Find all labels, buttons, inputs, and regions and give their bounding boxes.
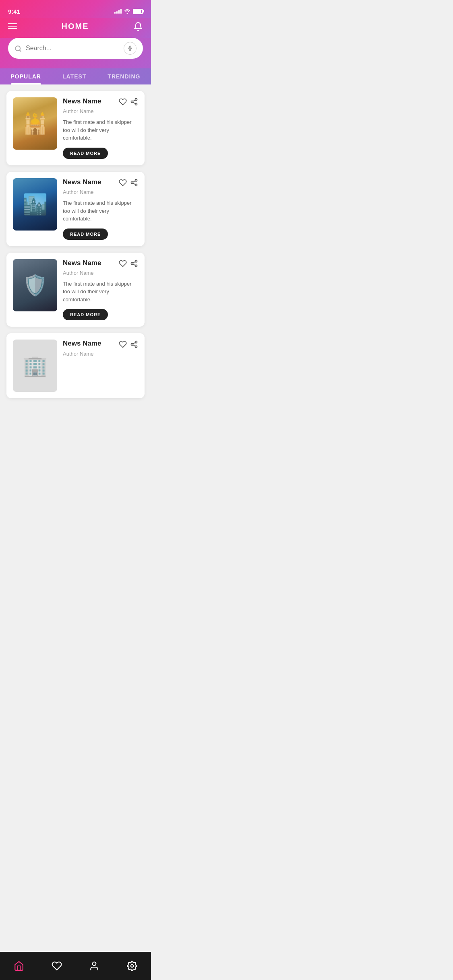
news-thumbnail bbox=[13, 259, 57, 311]
svg-line-18 bbox=[133, 264, 135, 265]
mic-button[interactable] bbox=[124, 42, 137, 55]
share-button[interactable] bbox=[130, 259, 138, 268]
news-description: The first mate and his skipper too will … bbox=[63, 118, 138, 142]
news-author: Author Name bbox=[63, 108, 138, 114]
share-button[interactable] bbox=[130, 178, 138, 187]
news-thumbnail bbox=[13, 340, 57, 392]
news-actions bbox=[119, 259, 138, 268]
search-section bbox=[0, 38, 151, 68]
news-top-row: News Name bbox=[63, 259, 138, 268]
news-body: News Name bbox=[63, 259, 138, 321]
like-button[interactable] bbox=[119, 97, 127, 106]
news-title: News Name bbox=[63, 259, 116, 267]
news-author: Author Name bbox=[63, 189, 138, 195]
tab-trending[interactable]: TRENDING bbox=[108, 73, 140, 84]
news-top-row: News Name bbox=[63, 178, 138, 187]
share-button[interactable] bbox=[130, 340, 138, 348]
svg-line-9 bbox=[133, 100, 135, 101]
news-title: News Name bbox=[63, 97, 116, 105]
svg-rect-2 bbox=[129, 46, 131, 48]
read-more-button[interactable]: READ MORE bbox=[63, 309, 108, 320]
tab-popular[interactable]: POPULAR bbox=[11, 73, 41, 84]
news-card: News Name bbox=[6, 91, 145, 165]
status-bar: 9:41 bbox=[0, 0, 151, 18]
app-header: HOME bbox=[0, 18, 151, 38]
menu-button[interactable] bbox=[8, 23, 17, 29]
news-card: News Name bbox=[6, 172, 145, 246]
news-list: News Name bbox=[0, 84, 151, 430]
status-time: 9:41 bbox=[8, 8, 20, 15]
read-more-button[interactable]: READ MORE bbox=[63, 229, 108, 240]
tabs-bar: POPULAR LATEST TRENDING bbox=[0, 68, 151, 84]
news-body: News Name bbox=[63, 340, 138, 392]
news-card: News Name bbox=[6, 333, 145, 398]
svg-line-8 bbox=[133, 103, 135, 104]
svg-line-24 bbox=[133, 342, 135, 344]
news-title: News Name bbox=[63, 340, 116, 348]
news-card: News Name bbox=[6, 253, 145, 327]
battery-icon bbox=[133, 9, 143, 14]
news-description: The first mate and his skipper too will … bbox=[63, 199, 138, 223]
wifi-icon bbox=[124, 8, 130, 14]
signal-icon bbox=[114, 9, 122, 14]
like-button[interactable] bbox=[119, 340, 127, 348]
svg-line-14 bbox=[133, 181, 135, 182]
search-bar bbox=[8, 38, 143, 59]
search-icon bbox=[14, 44, 22, 53]
news-thumbnail bbox=[13, 97, 57, 150]
news-actions bbox=[119, 340, 138, 348]
news-top-row: News Name bbox=[63, 97, 138, 106]
news-body: News Name bbox=[63, 178, 138, 240]
news-title: News Name bbox=[63, 178, 116, 186]
tab-latest[interactable]: LATEST bbox=[62, 73, 86, 84]
news-body: News Name bbox=[63, 97, 138, 159]
page-title: HOME bbox=[62, 22, 89, 31]
news-thumbnail bbox=[13, 178, 57, 231]
news-actions bbox=[119, 97, 138, 106]
svg-line-13 bbox=[133, 183, 135, 184]
notification-button[interactable] bbox=[133, 21, 143, 31]
news-description: The first mate and his skipper too will … bbox=[63, 280, 138, 304]
read-more-button[interactable]: READ MORE bbox=[63, 148, 108, 159]
status-icons bbox=[114, 8, 143, 14]
news-top-row: News Name bbox=[63, 340, 138, 348]
news-actions bbox=[119, 178, 138, 187]
like-button[interactable] bbox=[119, 259, 127, 268]
search-input[interactable] bbox=[26, 45, 120, 52]
svg-line-23 bbox=[133, 345, 135, 346]
svg-line-1 bbox=[19, 50, 21, 51]
news-author: Author Name bbox=[63, 270, 138, 276]
like-button[interactable] bbox=[119, 178, 127, 187]
svg-line-19 bbox=[133, 261, 135, 263]
share-button[interactable] bbox=[130, 97, 138, 106]
news-author: Author Name bbox=[63, 351, 138, 357]
